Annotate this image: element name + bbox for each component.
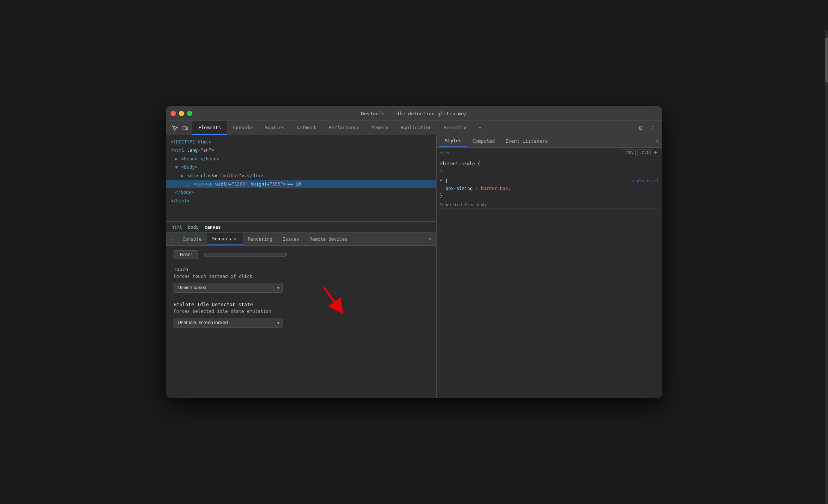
filter-bar: :hov .cls + xyxy=(437,148,662,158)
bottom-panel-close-button[interactable]: × xyxy=(425,233,435,245)
minimize-button[interactable] xyxy=(179,111,184,116)
btab-remote-devices[interactable]: Remote devices xyxy=(304,233,353,245)
svg-rect-0 xyxy=(183,126,186,130)
inspect-element-button[interactable] xyxy=(170,123,180,133)
left-panel: <!DOCTYPE html> <html lang="en"> ▶ <head… xyxy=(166,135,437,398)
tabbar-right-tools: ⚙ ⋮ xyxy=(633,123,660,133)
cls-badge[interactable]: .cls xyxy=(637,149,651,156)
btab-console[interactable]: Console xyxy=(177,233,207,245)
dom-line-div: ▶ <div class="toolbar">…</div> xyxy=(166,172,436,180)
reset-button[interactable]: Reset xyxy=(174,250,198,259)
touch-select-wrapper: Device-based Force enabled Force disable… xyxy=(174,283,283,293)
stab-styles[interactable]: Styles xyxy=(440,135,467,147)
idle-label: Emulate Idle Detector state xyxy=(174,302,429,307)
customize-button[interactable]: ⋮ xyxy=(648,123,657,133)
devtools-window: DevTools - idle-detection.glitch.me/ Ele… xyxy=(166,106,662,398)
css-selector-element: element.style { xyxy=(440,160,659,167)
window-title: DevTools - idle-detection.glitch.me/ xyxy=(361,111,467,116)
bottom-tabs-more-button[interactable]: ⋮ xyxy=(168,234,177,244)
filter-badges: :hov .cls + xyxy=(622,149,659,156)
breadcrumb: html body canvas xyxy=(166,221,436,232)
touch-select[interactable]: Device-based Force enabled Force disable… xyxy=(174,283,283,293)
tab-security[interactable]: Security xyxy=(438,121,472,135)
stab-event-listeners[interactable]: Event Listeners xyxy=(500,135,553,147)
tab-sources[interactable]: Sources xyxy=(259,121,291,135)
inherited-from-label: Inherited from body xyxy=(440,202,659,208)
add-style-rule-button[interactable]: + xyxy=(652,149,659,156)
maximize-button[interactable] xyxy=(187,111,192,116)
btab-rendering[interactable]: Rendering xyxy=(243,233,278,245)
tab-elements[interactable]: Elements xyxy=(192,121,227,135)
btab-issues[interactable]: Issues xyxy=(278,233,304,245)
btab-sensors[interactable]: Sensors × xyxy=(207,233,243,245)
sensors-content: Reset Touch Forces touch instead of clic… xyxy=(166,246,436,398)
dom-line-body-close: </body> xyxy=(166,188,436,196)
touch-section: Touch Forces touch instead of click Devi… xyxy=(174,267,429,293)
css-rule-element-style: element.style { } xyxy=(440,160,659,175)
styles-tabbar: Styles Computed Event Listeners » xyxy=(437,135,662,148)
css-rule-universal: style.css:1 * { box-sizing : border-box;… xyxy=(440,178,659,199)
traffic-lights xyxy=(171,111,192,116)
toolbar-tools xyxy=(168,123,192,133)
bottom-panel: ⋮ Console Sensors × Rendering Issues xyxy=(166,232,436,398)
styles-panel-content: element.style { } style.css:1 * { box-si… xyxy=(437,158,662,398)
idle-detector-section: Emulate Idle Detector state Forces selec… xyxy=(174,302,429,327)
idle-select[interactable]: No idle emulation User active, screen un… xyxy=(174,318,283,327)
dom-line-body: ▼ <body> xyxy=(166,163,436,171)
tab-application[interactable]: Application xyxy=(394,121,438,135)
dom-line-html-close: </html> xyxy=(166,197,436,205)
right-panel: Styles Computed Event Listeners » :hov .… xyxy=(437,135,662,398)
btab-sensors-close[interactable]: × xyxy=(233,236,237,242)
idle-select-wrapper: No idle emulation User active, screen un… xyxy=(174,318,283,327)
reset-section: Reset xyxy=(174,250,429,259)
location-input[interactable] xyxy=(204,253,287,257)
dom-tree: <!DOCTYPE html> <html lang="en"> ▶ <head… xyxy=(166,135,436,221)
css-property-box-sizing: box-sizing : border-box; xyxy=(440,185,659,192)
tab-more[interactable]: » xyxy=(472,121,487,135)
main-area: <!DOCTYPE html> <html lang="en"> ▶ <head… xyxy=(166,135,662,398)
device-toolbar-button[interactable] xyxy=(180,123,190,133)
breadcrumb-canvas[interactable]: canvas xyxy=(203,224,222,231)
breadcrumb-body[interactable]: body xyxy=(186,224,200,231)
tab-network[interactable]: Network xyxy=(291,121,323,135)
touch-desc: Forces touch instead of click xyxy=(174,274,429,279)
stab-computed[interactable]: Computed xyxy=(467,135,500,147)
bottom-tabbar: ⋮ Console Sensors × Rendering Issues xyxy=(166,233,436,246)
tab-performance[interactable]: Performance xyxy=(322,121,366,135)
css-source-link[interactable]: style.css:1 xyxy=(632,178,659,184)
dom-line-head: ▶ <head>…</head> xyxy=(166,155,436,163)
dom-line-canvas[interactable]: … <canvas width="1280" height="555">== $… xyxy=(166,180,436,188)
dom-line-doctype: <!DOCTYPE html> xyxy=(166,138,436,146)
settings-button[interactable]: ⚙ xyxy=(636,123,645,133)
dom-line-html: <html lang="en"> xyxy=(166,146,436,154)
hov-badge[interactable]: :hov xyxy=(622,149,636,156)
main-tabs: Elements Console Sources Network Perform… xyxy=(192,121,633,135)
titlebar: DevTools - idle-detection.glitch.me/ xyxy=(166,106,662,121)
styles-filter-input[interactable] xyxy=(440,150,622,155)
main-tabbar: Elements Console Sources Network Perform… xyxy=(166,121,662,135)
svg-rect-1 xyxy=(186,127,188,130)
tab-memory[interactable]: Memory xyxy=(366,121,394,135)
tab-console[interactable]: Console xyxy=(227,121,259,135)
styles-tabs-more[interactable]: » xyxy=(655,137,659,145)
close-button[interactable] xyxy=(171,111,176,116)
idle-desc: Forces selected idle state emulation xyxy=(174,309,429,314)
touch-label: Touch xyxy=(174,267,429,272)
breadcrumb-html[interactable]: html xyxy=(170,224,184,231)
